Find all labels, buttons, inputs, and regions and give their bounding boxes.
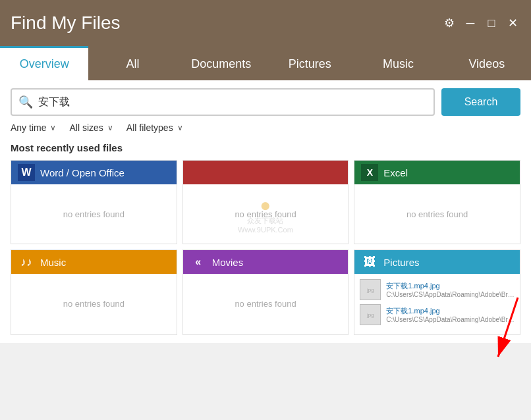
- filter-time-label: Any time: [11, 122, 46, 133]
- picture-path-1: C:\Users\CS\AppData\Roaming\Adobe\Bri...: [386, 291, 515, 298]
- card-pictures-title: Pictures: [383, 257, 419, 268]
- picture-info-1: 安下载1.mp4.jpg C:\Users\CS\AppData\Roaming…: [386, 281, 515, 298]
- card-movies-empty: no entries found: [235, 299, 296, 309]
- filter-filetype-label: All filetypes: [126, 122, 173, 133]
- search-input-wrapper[interactable]: 🔍: [11, 88, 435, 116]
- picture-filename-1: 安下载1.mp4.jpg: [386, 281, 515, 291]
- card-movies: « Movies no entries found: [182, 249, 349, 335]
- chevron-down-icon: ∨: [177, 123, 183, 132]
- search-button[interactable]: Search: [441, 88, 520, 116]
- filter-time[interactable]: Any time ∨: [11, 122, 56, 133]
- watermark: ● 众友下载站 Www.9UPK.Com: [238, 195, 293, 234]
- word-icon: W: [18, 164, 35, 181]
- card-second-header: [183, 161, 349, 184]
- card-word-empty: no entries found: [63, 209, 125, 219]
- filter-size-label: All sizes: [69, 122, 103, 133]
- card-music-title: Music: [40, 257, 66, 268]
- title-bar: Find My Files ⚙ ─ □ ✕: [0, 0, 531, 46]
- card-excel: X Excel no entries found: [354, 160, 520, 244]
- chevron-down-icon: ∨: [107, 123, 113, 132]
- card-pictures: 🖼 Pictures jpg 安下载1.mp4.jpg C:\Users\CS\…: [354, 249, 520, 335]
- search-input[interactable]: [38, 96, 427, 108]
- card-movies-header: « Movies: [183, 250, 349, 274]
- card-word-body: no entries found: [11, 184, 177, 244]
- tab-music[interactable]: Music: [354, 46, 442, 80]
- window-controls: ⚙ ─ □ ✕: [441, 16, 520, 30]
- card-word: W Word / Open Office no entries found: [11, 160, 177, 244]
- card-word-header: W Word / Open Office: [11, 161, 177, 184]
- tab-videos[interactable]: Videos: [443, 46, 531, 80]
- picture-entry-2[interactable]: jpg 安下载1.mp4.jpg C:\Users\CS\AppData\Roa…: [360, 304, 515, 325]
- main-content: 🔍 Search Any time ∨ All sizes ∨ All file…: [0, 80, 531, 343]
- navigation-tabs: Overview All Documents Pictures Music Vi…: [0, 46, 531, 80]
- movies-icon: «: [190, 253, 207, 271]
- card-music-body: no entries found: [11, 274, 177, 333]
- card-excel-empty: no entries found: [406, 209, 468, 219]
- card-music-empty: no entries found: [63, 299, 125, 309]
- section-title: Most recently used files: [11, 142, 520, 153]
- card-pictures-body: jpg 安下载1.mp4.jpg C:\Users\CS\AppData\Roa…: [354, 274, 520, 334]
- maximize-icon[interactable]: □: [484, 16, 499, 30]
- excel-icon: X: [361, 164, 378, 181]
- filter-filetype[interactable]: All filetypes ∨: [126, 122, 183, 133]
- card-music: ♪♪ Music no entries found: [11, 249, 177, 335]
- picture-thumb-1: jpg: [360, 279, 381, 300]
- cards-grid: W Word / Open Office no entries found no…: [11, 160, 520, 335]
- settings-icon[interactable]: ⚙: [441, 16, 457, 30]
- second-icon: [190, 164, 207, 181]
- filter-size[interactable]: All sizes ∨: [69, 122, 113, 133]
- card-word-title: Word / Open Office: [40, 167, 125, 178]
- music-icon: ♪♪: [18, 253, 35, 271]
- minimize-icon[interactable]: ─: [462, 16, 478, 30]
- picture-filename-2: 安下载1.mp4.jpg: [386, 306, 515, 316]
- card-music-header: ♪♪ Music: [11, 250, 177, 274]
- card-excel-body: no entries found: [354, 184, 520, 244]
- card-excel-title: Excel: [383, 167, 408, 178]
- picture-info-2: 安下载1.mp4.jpg C:\Users\CS\AppData\Roaming…: [386, 306, 515, 323]
- tab-all[interactable]: All: [88, 46, 177, 80]
- app-title: Find My Files: [11, 13, 441, 34]
- card-pictures-header: 🖼 Pictures: [354, 250, 520, 274]
- tab-documents[interactable]: Documents: [177, 46, 266, 80]
- picture-entry-1[interactable]: jpg 安下载1.mp4.jpg C:\Users\CS\AppData\Roa…: [360, 279, 515, 300]
- filter-row: Any time ∨ All sizes ∨ All filetypes ∨: [11, 122, 520, 133]
- tab-pictures[interactable]: Pictures: [266, 46, 354, 80]
- card-movies-title: Movies: [212, 257, 244, 268]
- chevron-down-icon: ∨: [50, 123, 56, 132]
- tab-overview[interactable]: Overview: [0, 46, 88, 80]
- search-icon: 🔍: [18, 95, 33, 109]
- pictures-icon: 🖼: [361, 253, 378, 271]
- card-movies-body: no entries found: [183, 274, 349, 333]
- picture-thumb-2: jpg: [360, 304, 381, 325]
- card-excel-header: X Excel: [354, 161, 520, 184]
- card-second-body: no entries found ● 众友下载站 Www.9UPK.Com: [183, 184, 349, 244]
- picture-path-2: C:\Users\CS\AppData\Roaming\Adobe\Bri...: [386, 316, 515, 323]
- search-bar: 🔍 Search: [11, 88, 520, 116]
- card-second: no entries found ● 众友下载站 Www.9UPK.Com: [182, 160, 349, 244]
- close-icon[interactable]: ✕: [505, 16, 520, 30]
